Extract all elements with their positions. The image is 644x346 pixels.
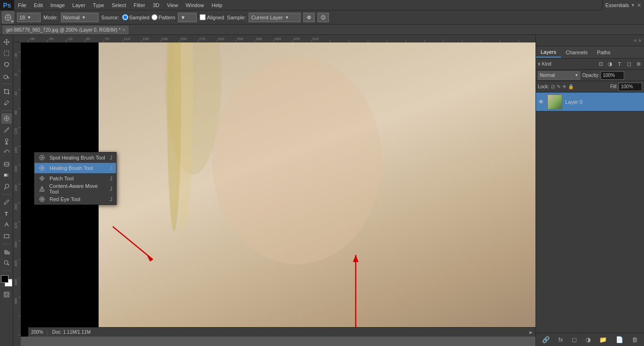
sample-label: Sample: [227,15,246,20]
kind-type-icon[interactable]: T [616,60,623,68]
document-tab[interactable]: girl-885779_960_720.jpg @ 200% (Layer 0,… [2,25,129,34]
fill-input[interactable]: 100% [619,83,642,91]
layers-tab[interactable]: Layers [536,47,561,58]
quick-select-tool[interactable] [1,71,12,81]
foreground-color[interactable] [1,275,8,283]
ctx-content-aware[interactable]: Content-Aware Move Tool J [34,184,116,194]
menu-layer[interactable]: Layer [68,0,89,10]
menu-image[interactable]: Image [47,0,69,10]
fill-label: Fill: [610,84,618,89]
menu-edit[interactable]: Edit [30,0,47,10]
lock-transparency[interactable]: ⊡ [551,84,555,89]
ctx-healing[interactable]: Healing Brush Tool J [34,163,116,173]
paths-tab[interactable]: Paths [593,48,615,57]
blend-mode-dropdown[interactable]: Normal ▼ [538,71,580,80]
pressure-btn[interactable] [318,13,329,22]
svg-text:110: 110 [124,37,130,41]
dodge-tool[interactable] [1,181,12,192]
pen-tool[interactable] [1,197,12,207]
path-select-tool[interactable] [1,219,12,230]
lasso-tool[interactable] [1,59,12,70]
brush-tool[interactable] [1,125,12,135]
add-mask-btn[interactable]: ◻ [570,336,579,343]
menu-window[interactable]: Window [182,0,208,10]
channels-tab[interactable]: Channels [561,48,592,57]
layer-visibility-toggle[interactable]: 👁 [538,99,544,105]
new-layer-btn[interactable]: 📄 [614,336,625,343]
sample-dropdown[interactable]: Current Layer ▼ [249,13,301,22]
menu-bar: Ps File Edit Image Layer Type Select Fil… [0,0,644,10]
status-arrow[interactable]: ▶ [529,330,533,335]
new-adjustment-btn[interactable]: ◑ [584,336,593,343]
history-brush-tool[interactable] [1,147,12,158]
eraser-tool[interactable] [1,159,12,169]
opacity-field: Opacity: 100% [582,71,624,80]
kind-shape-icon[interactable]: ◻ [625,60,633,68]
pattern-dropdown[interactable]: ▼ [178,13,197,22]
menu-type[interactable]: Type [89,0,108,10]
ctx-spot-healing[interactable]: Spot Healing Brush Tool J [34,152,116,163]
marquee-tool[interactable] [1,48,12,59]
clone-stamp-tool[interactable] [1,136,12,146]
canvas-area[interactable]: -90 -50 -10 30 70 110 150 190 230 270 31… [13,35,535,346]
sample-extra-btn[interactable] [303,13,315,22]
svg-marker-4 [307,15,311,17]
ctx-content-aware-shortcut: J [110,186,113,192]
gradient-tool[interactable] [1,170,12,180]
delete-layer-btn[interactable]: 🗑 [630,336,640,343]
toolbar-separator-2 [2,110,11,111]
tab-close-btn[interactable]: × [123,27,125,33]
kind-adjust-icon[interactable]: ◑ [606,60,614,68]
color-picker[interactable] [1,275,12,287]
link-layers-btn[interactable]: 🔗 [540,336,552,343]
ctx-content-aware-label: Content-Aware Move Tool [49,183,106,194]
menu-select[interactable]: Select [108,0,130,10]
healing-tool-icon[interactable]: ▶ [2,11,14,24]
menu-view[interactable]: View [163,0,182,10]
sampled-radio[interactable] [122,14,128,20]
svg-text:80: 80 [14,110,18,114]
spot-healing-icon [38,154,46,161]
move-tool[interactable] [1,37,12,47]
svg-text:230: 230 [180,37,187,41]
shape-tool[interactable] [1,231,12,241]
panel-collapse-right[interactable]: » [638,38,641,43]
screen-mode-btn[interactable] [1,289,12,300]
aligned-checkbox-label[interactable]: Aligned [200,14,224,20]
zoom-tool[interactable] [1,258,12,268]
kind-filter-icon[interactable]: ⊡ [597,60,604,68]
menu-file[interactable]: File [14,0,30,10]
layer-style-btn[interactable]: fx [556,336,565,343]
svg-text:190: 190 [161,37,168,41]
brush-size-dropdown[interactable]: 18 ▼ [17,13,41,22]
panel-collapse-left[interactable]: « [634,38,637,43]
healing-icon [38,164,46,172]
mode-dropdown[interactable]: Normal ▼ [61,13,99,22]
type-tool[interactable]: T [1,208,12,219]
spot-healing-tool[interactable] [1,113,12,124]
lock-all[interactable]: 🔒 [568,84,574,89]
crop-tool[interactable] [1,86,12,97]
pattern-radio-label[interactable]: Pattern [151,14,175,20]
aligned-checkbox[interactable] [200,14,206,20]
lock-pixels[interactable]: ✎ [557,84,560,89]
layer-item[interactable]: 👁 Layer 0 [536,93,644,111]
menu-3d[interactable]: 3D [149,0,163,10]
opacity-input[interactable]: 100% [601,71,624,80]
eyedropper-tool[interactable] [1,98,12,108]
menu-filter[interactable]: Filter [130,0,149,10]
ctx-red-eye[interactable]: Red Eye Tool J [34,194,116,204]
kind-smart-icon[interactable]: ⊚ [635,60,642,68]
hand-tool[interactable] [1,246,12,257]
menu-help[interactable]: Help [208,0,226,10]
ctx-patch[interactable]: Patch Tool J [34,173,116,184]
sampled-radio-label[interactable]: Sampled [122,14,150,20]
pattern-radio[interactable] [151,14,158,20]
ctx-patch-label: Patch Tool [50,176,74,181]
new-group-btn[interactable]: 📁 [597,336,609,343]
svg-text:360: 360 [14,241,18,248]
essentials-dropdown-icon[interactable]: ▼ [631,3,635,8]
ruler-left: -40 0 40 80 120 160 200 240 280 320 360 … [13,42,21,346]
essentials-close-icon[interactable]: ✕ [637,2,641,8]
lock-position[interactable]: ✛ [562,84,566,89]
